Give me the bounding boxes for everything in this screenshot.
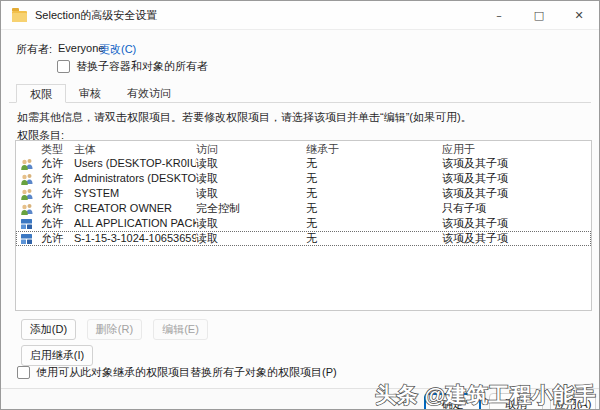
edit-button: 编辑(E)	[153, 319, 208, 340]
table-row[interactable]: 允许 CREATOR OWNER 完全控制 无 只有子项	[16, 201, 591, 216]
column-header-inherited-from[interactable]: 继承于	[306, 142, 442, 156]
window-controls: – □ ✕	[479, 1, 599, 29]
cell-applies-to: 该项及其子项	[442, 156, 591, 171]
column-header-access[interactable]: 访问	[196, 142, 306, 156]
cell-inherited-from: 无	[306, 216, 442, 231]
owner-label: 所有者:	[16, 42, 52, 57]
owner-value: Everyone	[58, 42, 104, 54]
row-icon-cell	[20, 158, 41, 170]
watermark-text: 头条 @建筑工程小能手	[375, 381, 596, 409]
advanced-security-settings-dialog: Selection的高级安全设置 – □ ✕ 所有者: Everyone 更改(…	[0, 0, 600, 410]
cell-type: 允许	[41, 201, 74, 216]
table-row[interactable]: 允许 Users (DESKTOP-KR0IU18\Users) 读取 无 该项…	[16, 156, 591, 171]
cell-principal: SYSTEM	[74, 186, 196, 201]
row-icon-cell	[20, 203, 41, 215]
cell-applies-to: 该项及其子项	[442, 186, 591, 201]
row-icon-cell	[20, 173, 41, 185]
maximize-button[interactable]: □	[519, 1, 559, 29]
cell-access: 读取	[196, 231, 306, 246]
minimize-button[interactable]: –	[479, 1, 519, 29]
package-icon	[20, 218, 33, 230]
cell-type: 允许	[41, 216, 74, 231]
tab-effective-access[interactable]: 有效访问	[114, 84, 184, 102]
cell-access: 读取	[196, 156, 306, 171]
table-row[interactable]: 允许 SYSTEM 读取 无 该项及其子项	[16, 186, 591, 201]
cell-type: 允许	[41, 186, 74, 201]
cell-inherited-from: 无	[306, 231, 442, 246]
cell-inherited-from: 无	[306, 186, 442, 201]
table-header-row: 类型 主体 访问 继承于 应用于	[16, 142, 591, 156]
cell-applies-to: 该项及其子项	[442, 216, 591, 231]
table-row[interactable]: 允许 ALL APPLICATION PACKAGES 读取 无 该项及其子项	[16, 216, 591, 231]
cell-access: 完全控制	[196, 201, 306, 216]
row-icon-cell	[20, 188, 41, 200]
users-icon	[20, 203, 34, 215]
tab-auditing[interactable]: 审核	[66, 84, 114, 102]
cell-principal: Users (DESKTOP-KR0IU18\Users)	[74, 156, 196, 171]
enable-inheritance-button[interactable]: 启用继承(I)	[21, 345, 93, 366]
cell-principal: S-1-15-3-1024-1065365936-1281…	[74, 231, 196, 246]
remove-button: 删除(R)	[87, 319, 142, 340]
cell-principal: Administrators (DESKTOP-KR0IU1…	[74, 171, 196, 186]
cell-inherited-from: 无	[306, 156, 442, 171]
row-icon-cell	[20, 218, 41, 230]
table-row[interactable]: 允许 S-1-15-3-1024-1065365936-1281… 读取 无 该…	[16, 231, 591, 246]
replace-owner-checkbox-row[interactable]: 替换子容器和对象的所有者	[57, 59, 208, 74]
title-bar: Selection的高级安全设置 – □ ✕	[1, 1, 599, 30]
permission-rows: 允许 Users (DESKTOP-KR0IU18\Users) 读取 无 该项…	[16, 156, 591, 246]
cell-inherited-from: 无	[306, 171, 442, 186]
add-button[interactable]: 添加(D)	[21, 319, 76, 340]
replace-child-permissions-checkbox[interactable]	[17, 366, 30, 379]
cell-applies-to: 只有子项	[442, 201, 591, 216]
replace-owner-checkbox[interactable]	[57, 60, 70, 73]
cell-type: 允许	[41, 156, 74, 171]
close-button[interactable]: ✕	[559, 1, 599, 29]
users-icon	[20, 188, 34, 200]
cell-type: 允许	[41, 171, 74, 186]
column-header-principal[interactable]: 主体	[74, 142, 196, 156]
replace-owner-checkbox-label: 替换子容器和对象的所有者	[76, 59, 208, 74]
permission-entries-list[interactable]: 类型 主体 访问 继承于 应用于 允许 Users (DESKTOP-KR0IU…	[15, 140, 592, 311]
tab-strip: 权限 审核 有效访问	[9, 84, 591, 103]
cell-type: 允许	[41, 231, 74, 246]
users-icon	[20, 158, 34, 170]
package-icon	[20, 233, 33, 245]
window-title: Selection的高级安全设置	[35, 8, 157, 23]
replace-child-permissions-row[interactable]: 使用可从此对象继承的权限项目替换所有子对象的权限项目(P)	[17, 365, 337, 380]
column-header-type[interactable]: 类型	[41, 142, 74, 156]
cell-applies-to: 该项及其子项	[442, 231, 591, 246]
users-icon	[20, 173, 34, 185]
cell-inherited-from: 无	[306, 201, 442, 216]
cell-applies-to: 该项及其子项	[442, 171, 591, 186]
owner-change-link[interactable]: 更改(C)	[99, 42, 136, 57]
tab-permissions[interactable]: 权限	[16, 84, 66, 103]
column-header-applies-to[interactable]: 应用于	[442, 142, 591, 156]
table-row[interactable]: 允许 Administrators (DESKTOP-KR0IU1… 读取 无 …	[16, 171, 591, 186]
instruction-text: 如需其他信息，请双击权限项目。若要修改权限项目，请选择该项目并单击“编辑”(如果…	[17, 110, 585, 125]
cell-access: 读取	[196, 186, 306, 201]
folder-icon	[12, 11, 27, 22]
cell-access: 读取	[196, 216, 306, 231]
cell-access: 读取	[196, 171, 306, 186]
cell-principal: CREATOR OWNER	[74, 201, 196, 216]
cell-principal: ALL APPLICATION PACKAGES	[74, 216, 196, 231]
row-icon-cell	[20, 233, 41, 245]
replace-child-permissions-label: 使用可从此对象继承的权限项目替换所有子对象的权限项目(P)	[36, 365, 337, 380]
